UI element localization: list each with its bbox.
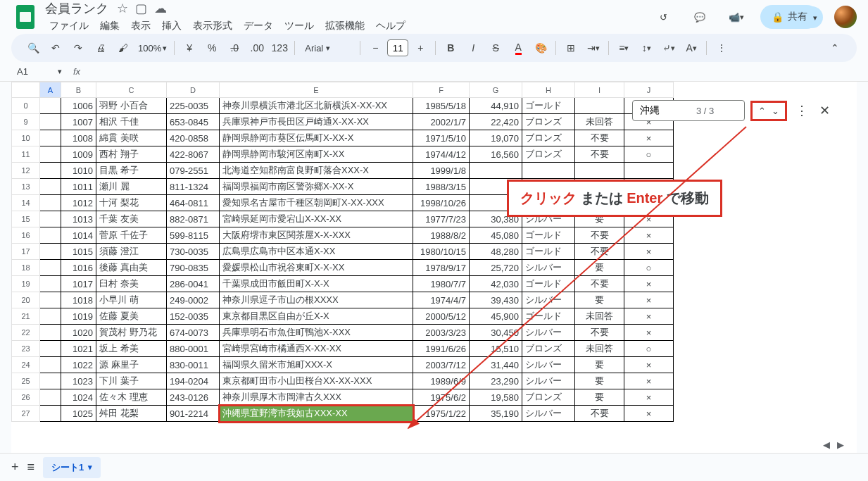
spreadsheet-grid[interactable]: ABCDEFGHIJ 01006羽野 小百合225-0035神奈川県横浜市港北区… — [11, 82, 674, 422]
menu-data[interactable]: データ — [239, 18, 277, 34]
cell[interactable]: 未回答 — [575, 114, 624, 130]
row-header[interactable]: 14 — [12, 195, 40, 211]
cell[interactable]: 福岡県久留米市旭町XXX-X — [220, 357, 413, 373]
table-row[interactable]: 261024佐々木 理恵243-0126神奈川県厚木市岡津古久XXX1975/6… — [12, 389, 674, 406]
cell[interactable]: 相沢 千佳 — [96, 114, 167, 130]
sheet-tab-1[interactable]: シート1▾ — [43, 457, 101, 478]
row-header[interactable]: 17 — [12, 244, 40, 260]
cell[interactable]: 1006 — [61, 98, 96, 114]
avatar[interactable] — [834, 6, 857, 28]
cell[interactable]: × — [624, 406, 674, 422]
cell[interactable]: 静岡県静岡市葵区伝馬町X-XX-X — [220, 130, 413, 146]
cell[interactable] — [470, 163, 522, 179]
cell[interactable]: 674-0073 — [167, 325, 220, 341]
cell[interactable]: 1024 — [61, 389, 96, 406]
cell[interactable]: 599-8115 — [167, 227, 220, 244]
cell[interactable]: ○ — [624, 341, 674, 357]
cell[interactable]: 東京都町田市小山田桜台XX-XX-XXX — [220, 373, 413, 389]
cell[interactable]: × — [624, 389, 674, 406]
cell[interactable]: 286-0041 — [167, 276, 220, 292]
cell[interactable]: 東京都目黒区自由が丘X-X — [220, 308, 413, 325]
table-row[interactable]: 101008綿貫 美咲420-0858静岡県静岡市葵区伝馬町X-XX-X1971… — [12, 130, 674, 146]
cell[interactable]: 152-0035 — [167, 308, 220, 325]
cell[interactable]: ○ — [624, 260, 674, 276]
cell[interactable]: 要 — [575, 389, 624, 406]
search-prev-button[interactable]: ⌃ — [758, 106, 766, 116]
table-row[interactable]: 221020賀茂村 野乃花674-0073兵庫県明石市魚住町鴨池X-XXX200… — [12, 325, 674, 341]
cell[interactable]: 790-0835 — [167, 260, 220, 276]
cell[interactable]: 464-0811 — [167, 195, 220, 211]
cell[interactable]: 要 — [575, 260, 624, 276]
cell[interactable]: ブロンズ — [522, 341, 575, 357]
col-header-E[interactable]: E — [220, 82, 413, 98]
doc-title[interactable]: 会員ランク — [45, 0, 108, 17]
row-header[interactable]: 20 — [12, 292, 40, 308]
cell[interactable]: 源 麻里子 — [96, 357, 167, 373]
cell[interactable]: 35,190 — [470, 406, 522, 422]
table-row[interactable]: 171015須藤 澄江730-0035広島県広島市中区本通X-XX1980/10… — [12, 244, 674, 260]
font-dropdown[interactable]: Arial▾ — [299, 43, 356, 54]
row-header[interactable]: 11 — [12, 146, 40, 163]
strikethrough-button[interactable]: S — [485, 37, 506, 58]
cell[interactable]: シルバー — [522, 325, 575, 341]
print-button[interactable]: 🖨 — [90, 37, 111, 58]
col-header-I[interactable]: I — [575, 82, 624, 98]
cell[interactable]: 1013 — [61, 211, 96, 227]
table-row[interactable]: 91007相沢 千佳653-0845兵庫県神戸市長田区戸崎通X-XX-XX200… — [12, 114, 674, 130]
formula-input[interactable] — [86, 66, 857, 77]
row-header[interactable]: 15 — [12, 211, 40, 227]
cell[interactable] — [575, 98, 624, 114]
cell[interactable]: 22,420 — [470, 114, 522, 130]
cell[interactable]: 19,580 — [470, 389, 522, 406]
cell[interactable]: 未回答 — [575, 341, 624, 357]
undo-button[interactable]: ↶ — [45, 37, 66, 58]
cell[interactable]: 1016 — [61, 260, 96, 276]
cell[interactable]: 45,900 — [470, 308, 522, 325]
cell[interactable]: 要 — [575, 373, 624, 389]
cloud-icon[interactable]: ☁ — [154, 1, 167, 16]
col-header-D[interactable]: D — [167, 82, 220, 98]
cell[interactable]: 1011 — [61, 179, 96, 195]
cell[interactable]: 30,450 — [470, 325, 522, 341]
cell[interactable]: 1980/10/15 — [413, 244, 470, 260]
cell[interactable]: 菅原 千佐子 — [96, 227, 167, 244]
cell[interactable]: 1008 — [61, 130, 96, 146]
cell[interactable]: 小早川 萌 — [96, 292, 167, 308]
cell[interactable]: シルバー — [522, 357, 575, 373]
cell[interactable]: × — [624, 227, 674, 244]
cell[interactable]: 31,440 — [470, 357, 522, 373]
col-header-B[interactable]: B — [61, 82, 96, 98]
cell[interactable]: 079-2551 — [167, 163, 220, 179]
cell[interactable]: 1021 — [61, 341, 96, 357]
cell[interactable]: 静岡県静岡市駿河区南町X-XX — [220, 146, 413, 163]
cell[interactable]: 48,280 — [470, 244, 522, 260]
search-icon[interactable]: 🔍 — [23, 37, 44, 58]
cell[interactable]: 1974/4/7 — [413, 292, 470, 308]
cell[interactable]: 神奈川県横浜市港北区北新横浜X-XX-XX — [220, 98, 413, 114]
cell[interactable]: 千葉県成田市飯田町X-X-X — [220, 276, 413, 292]
cell[interactable]: 2003/7/12 — [413, 357, 470, 373]
star-icon[interactable]: ☆ — [117, 1, 128, 16]
cell[interactable]: 十河 梨花 — [96, 195, 167, 211]
cell[interactable]: ブロンズ — [522, 130, 575, 146]
cell[interactable]: 25,720 — [470, 260, 522, 276]
cell[interactable]: ゴールド — [522, 98, 575, 114]
italic-button[interactable]: I — [463, 37, 484, 58]
table-row[interactable]: 211019佐藤 夏美152-0035東京都目黒区自由が丘X-X2000/5/1… — [12, 308, 674, 325]
menu-help[interactable]: ヘルプ — [372, 18, 410, 34]
cell[interactable]: 1975/1/22 — [413, 406, 470, 422]
cell[interactable]: 1991/6/26 — [413, 341, 470, 357]
cell[interactable]: 羽野 小百合 — [96, 98, 167, 114]
cell[interactable]: × — [624, 373, 674, 389]
cell[interactable]: 225-0035 — [167, 98, 220, 114]
cell[interactable]: 23,290 — [470, 373, 522, 389]
table-row[interactable]: 01006羽野 小百合225-0035神奈川県横浜市港北区北新横浜X-XX-XX… — [12, 98, 674, 114]
cell[interactable]: 1974/4/12 — [413, 146, 470, 163]
redo-button[interactable]: ↷ — [68, 37, 89, 58]
cell[interactable]: 神奈川県逗子市山の根XXXX — [220, 292, 413, 308]
cell[interactable]: 44,910 — [470, 98, 522, 114]
col-header-A[interactable]: A — [40, 82, 61, 98]
menu-file[interactable]: ファイル — [45, 18, 93, 34]
table-row[interactable]: 181016後藤 真由美790-0835愛媛県松山市祝谷東町X-X-XX1978… — [12, 260, 674, 276]
cell[interactable]: 未回答 — [575, 308, 624, 325]
